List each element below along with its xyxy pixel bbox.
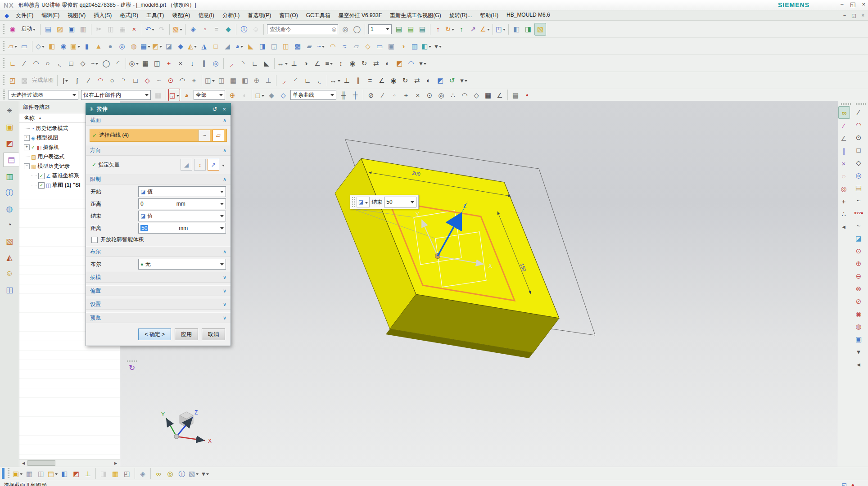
- circled-cross-tool[interactable]: ⊗: [853, 283, 864, 294]
- fit-view-button[interactable]: ◈: [188, 23, 199, 35]
- dropdown-arrow-icon[interactable]: [439, 46, 442, 49]
- auto-dimension-button[interactable]: ↕: [335, 58, 346, 69]
- menu-item[interactable]: 分析(L): [218, 11, 244, 20]
- circled-point-tool[interactable]: ⊙: [853, 245, 864, 256]
- shell-button[interactable]: □: [210, 40, 221, 52]
- toolbar-grip[interactable]: [8, 468, 9, 479]
- reuse-library-tab[interactable]: ▥: [3, 170, 16, 183]
- wireframe-select-button[interactable]: ◇: [278, 89, 289, 101]
- wcs-display-button[interactable]: ↗: [468, 23, 479, 35]
- profile-curve2-button[interactable]: ∫: [72, 75, 82, 86]
- layer-category-button[interactable]: ▤: [417, 23, 428, 35]
- checkbox[interactable]: ✓: [38, 173, 45, 179]
- toolbar-grip[interactable]: [3, 41, 5, 52]
- arc-tool-b[interactable]: ◠: [853, 119, 864, 130]
- apply-button[interactable]: 应用: [175, 328, 198, 340]
- swept-button[interactable]: ~: [316, 40, 326, 52]
- dropdown-arrow-icon[interactable]: [465, 80, 467, 83]
- profile-flyout-button[interactable]: ◰: [7, 75, 18, 86]
- cylinder-button[interactable]: ▮: [81, 40, 92, 52]
- search-options-icon[interactable]: ◎: [340, 23, 351, 35]
- derived-lines-button[interactable]: ∥: [199, 58, 209, 69]
- quick-extend-button[interactable]: ◝: [238, 58, 249, 69]
- sketch-section-button[interactable]: ▱: [212, 130, 224, 141]
- dropdown-arrow-icon[interactable]: [330, 63, 333, 66]
- end-limit-option-button[interactable]: ◪: [357, 197, 370, 207]
- process-studio-tab[interactable]: ▧: [3, 234, 16, 248]
- cross-curve-button[interactable]: ×: [838, 158, 849, 169]
- menu-item[interactable]: 窗口(O): [275, 11, 302, 20]
- wcs-save-button[interactable]: ↑: [456, 23, 467, 35]
- dropdown-arrow-icon[interactable]: [20, 473, 23, 477]
- snap-existing-point-button[interactable]: ∴: [448, 89, 458, 101]
- dropdown-arrow-icon[interactable]: [322, 46, 325, 49]
- offset2-tool-button[interactable]: ◫: [216, 75, 227, 86]
- quick-trim-button[interactable]: ◞: [226, 58, 237, 69]
- toolbar-grip[interactable]: [3, 58, 5, 69]
- close-button[interactable]: ×: [862, 1, 865, 8]
- circled-plus-tool[interactable]: ⊕: [853, 257, 864, 269]
- extrude-shortcut-button[interactable]: ◧: [511, 23, 522, 35]
- rectangle-tool-b[interactable]: □: [853, 144, 864, 156]
- edge-blend-button[interactable]: ◕: [234, 40, 244, 52]
- information-button[interactable]: ⓘ: [239, 23, 249, 35]
- corner-arc-button[interactable]: ◝: [118, 75, 129, 86]
- alternate-solution-button[interactable]: ◐: [382, 58, 393, 69]
- menu-item[interactable]: 文件(F): [12, 11, 37, 20]
- start-button[interactable]: 启动: [19, 24, 37, 35]
- more-left2-button[interactable]: ◂: [853, 358, 864, 370]
- limits-group-header[interactable]: 限制∧: [86, 174, 231, 184]
- menu-item[interactable]: 视图(V): [63, 11, 90, 20]
- fillet-button[interactable]: ◟: [54, 58, 65, 69]
- project-tool-button[interactable]: ⊥: [263, 75, 274, 86]
- rendering-style-button[interactable]: ◆: [223, 23, 234, 35]
- sketch-options-button[interactable]: ▾: [417, 58, 428, 69]
- rapid-dimension-button[interactable]: ↔: [277, 58, 288, 69]
- wcs-set-button[interactable]: ∠: [479, 23, 490, 35]
- convert-button[interactable]: ⇄: [411, 75, 422, 86]
- polygon-tool-button[interactable]: ◇: [142, 75, 153, 86]
- dropdown-arrow-icon[interactable]: [212, 80, 215, 83]
- scroll-left-icon[interactable]: ◀: [20, 461, 27, 465]
- dropdown-arrow-icon[interactable]: [240, 46, 243, 49]
- block-button[interactable]: ▣: [70, 40, 81, 52]
- show-constraint-button[interactable]: ◉: [388, 75, 399, 86]
- checkbox[interactable]: ✓: [38, 182, 45, 189]
- assembly-navigator-tab[interactable]: ▣: [3, 120, 16, 134]
- restore-button[interactable]: ◱: [850, 1, 855, 8]
- associative-link-button[interactable]: ∞: [838, 106, 850, 119]
- polygon-button[interactable]: ◇: [77, 58, 88, 69]
- sketch-in-task-button[interactable]: ▭: [19, 40, 30, 52]
- expression-tool[interactable]: XYZ=: [853, 207, 864, 219]
- auto-constrain-button[interactable]: ≡: [324, 58, 335, 69]
- visible-in-view-button[interactable]: ▤: [405, 23, 416, 35]
- collapse-icon[interactable]: −: [24, 163, 30, 169]
- alt-solution-button[interactable]: ◐: [423, 75, 434, 86]
- section-group-header[interactable]: 截面∧: [86, 115, 231, 126]
- mirror-tool-button[interactable]: ◧: [240, 75, 250, 86]
- new-file-button[interactable]: ▤: [43, 23, 54, 35]
- open-profile-checkbox-row[interactable]: 开放轮廓智能体积: [91, 236, 225, 243]
- sequence-button[interactable]: ◰: [122, 468, 132, 479]
- equal-tool-button[interactable]: =: [365, 75, 375, 86]
- circled-minus-tool[interactable]: ⊖: [853, 270, 864, 282]
- orient-view-button[interactable]: ◩: [435, 75, 446, 86]
- extrude-button[interactable]: ◧: [46, 40, 57, 52]
- child-minimize-button[interactable]: −: [843, 13, 846, 18]
- animate-button[interactable]: ↻: [400, 75, 411, 86]
- line-button[interactable]: ∕: [19, 58, 30, 69]
- menu-item[interactable]: 首选项(P): [244, 11, 275, 20]
- type-filter-select[interactable]: 无选择过滤器: [9, 90, 78, 100]
- assembly-constraint-button[interactable]: ⊥: [82, 468, 93, 479]
- delete-button[interactable]: ×: [129, 23, 140, 35]
- history-tab[interactable]: ◔: [3, 218, 16, 232]
- marquee-style-button[interactable]: ◻: [254, 89, 265, 101]
- hd3d-tool-tab[interactable]: ⓘ: [3, 186, 16, 199]
- dropdown-arrow-icon[interactable]: [285, 63, 288, 66]
- intersection-curve-button[interactable]: ×: [175, 58, 186, 69]
- flyout-grip[interactable]: [127, 360, 137, 362]
- boss-button[interactable]: ◍: [128, 40, 139, 52]
- corner-tool-button[interactable]: ∟: [302, 75, 313, 86]
- draft-button[interactable]: ◢: [222, 40, 233, 52]
- menu-item[interactable]: 格式(R): [116, 11, 142, 20]
